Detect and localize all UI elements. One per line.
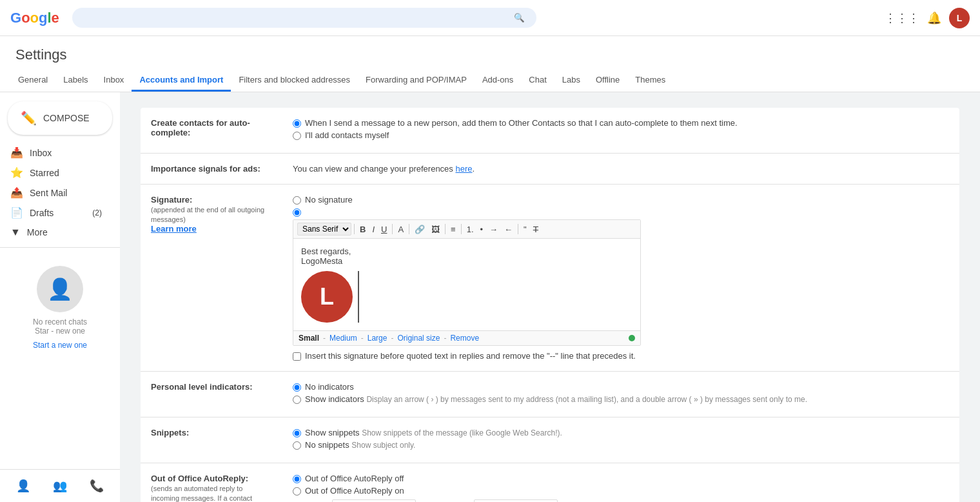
first-day-input[interactable] — [332, 499, 416, 502]
autoreply-off-radio[interactable] — [293, 475, 301, 483]
sig-logo: L — [301, 271, 353, 323]
sidebar-item-sent[interactable]: 📤 Sent Mail — [0, 183, 112, 203]
sig-body[interactable]: Best regards, LogoMesta L — [293, 239, 640, 330]
tab-general[interactable]: General — [10, 70, 55, 92]
person-icon[interactable]: 👤 — [12, 475, 34, 497]
toolbar-divider5 — [461, 224, 462, 234]
sig-indent-btn[interactable]: → — [487, 223, 500, 236]
show-snippets-radio[interactable] — [293, 429, 301, 437]
ill-add-radio-row: I'll add contacts myself — [293, 130, 949, 140]
sig-quote-btn[interactable]: " — [521, 223, 529, 236]
tab-chat[interactable]: Chat — [521, 70, 554, 92]
show-indicators-row: Show indicators Display an arrow ( › ) b… — [293, 394, 949, 404]
sidebar-item-inbox[interactable]: 📥 Inbox — [0, 143, 112, 163]
sig-size-original[interactable]: Original size — [397, 334, 440, 343]
sig-clear-btn[interactable]: T̶ — [531, 223, 541, 236]
no-snippets-row: No snippets Show subject only. — [293, 440, 949, 450]
start-new-chat-link[interactable]: Start a new one — [33, 341, 87, 350]
search-bar[interactable]: 🔍 — [72, 8, 536, 28]
autoreply-off-row: Out of Office AutoReply off — [293, 474, 949, 483]
signature-row: Signature: (appended at the end of all o… — [141, 185, 959, 372]
tab-inbox[interactable]: Inbox — [96, 70, 132, 92]
tab-forwarding[interactable]: Forwarding and POP/IMAP — [358, 70, 475, 92]
autoreply-on-radio[interactable] — [293, 487, 301, 496]
no-snippets-radio[interactable] — [293, 441, 301, 450]
snippets-label: Snippets: — [141, 428, 282, 452]
no-indicators-row: No indicators — [293, 382, 949, 392]
sidebar-item-starred[interactable]: ⭐ Starred — [0, 163, 112, 183]
insert-sig-checkbox[interactable] — [293, 352, 301, 361]
last-day-input[interactable] — [474, 499, 558, 502]
when-i-send-radio-row: When I send a message to a new person, a… — [293, 118, 949, 128]
tab-addons[interactable]: Add-ons — [475, 70, 521, 92]
avatar[interactable]: L — [949, 8, 970, 28]
sig-outdent-btn[interactable]: ← — [502, 223, 515, 236]
sig-size-small[interactable]: Small — [299, 334, 319, 343]
importance-signals-row: Importance signals for ads: You can view… — [141, 154, 959, 185]
sidebar-footer: 👤 👥 📞 — [0, 469, 120, 502]
personal-level-label: Personal level indicators: — [141, 382, 282, 407]
sig-size-large[interactable]: Large — [368, 334, 387, 343]
autoreply-on-row: Out of Office AutoReply on — [293, 486, 949, 496]
content-area: Create contacts for auto-complete: When … — [120, 92, 980, 502]
search-input[interactable] — [81, 12, 506, 23]
sidebar-item-label: Starred — [30, 168, 59, 178]
tab-labels[interactable]: Labels — [55, 70, 95, 92]
sig-bold-btn[interactable]: B — [357, 223, 368, 236]
ill-add-radio[interactable] — [293, 132, 301, 140]
sig-bulletlist-btn[interactable]: • — [478, 223, 486, 236]
show-indicators-radio[interactable] — [293, 396, 301, 404]
compose-label: COMPOSE — [43, 113, 90, 123]
sig-italic-btn[interactable]: I — [369, 223, 377, 236]
toolbar-divider2 — [392, 224, 393, 234]
apps-icon[interactable]: ⋮⋮⋮ — [885, 11, 919, 25]
importance-label: Importance signals for ads: — [141, 164, 282, 174]
sig-align-btn[interactable]: ≡ — [448, 223, 458, 236]
sig-textcolor-btn[interactable]: A — [395, 223, 406, 236]
sig-toolbar: Sans Serif B I U A 🔗 🖼 ≡ — [293, 220, 640, 239]
toolbar-divider6 — [518, 224, 518, 234]
sidebar-item-more[interactable]: ▼ More — [0, 223, 112, 242]
when-i-send-radio[interactable] — [293, 119, 301, 128]
snippets-content: Show snippets Show snippets of the messa… — [282, 428, 959, 452]
no-signature-radio[interactable] — [293, 196, 301, 205]
top-bar: Google 🔍 ⋮⋮⋮ 🔔 L — [0, 0, 980, 36]
out-of-office-row: Out of Office AutoReply: (sends an autom… — [141, 463, 959, 502]
compose-button[interactable]: ✏️ COMPOSE — [8, 101, 112, 135]
no-snippets-label: No snippets Show subject only. — [305, 440, 415, 450]
autoreply-off-label: Out of Office AutoReply off — [305, 474, 404, 483]
sig-underline-btn[interactable]: U — [378, 223, 389, 236]
tab-themes[interactable]: Themes — [627, 70, 673, 92]
tab-filters[interactable]: Filters and blocked addresses — [231, 70, 358, 92]
sig-image-btn[interactable]: 🖼 — [429, 223, 442, 236]
learn-more-signature-link[interactable]: Learn more — [151, 224, 197, 234]
sig-numberedlist-btn[interactable]: 1. — [464, 223, 476, 236]
tab-labs[interactable]: Labs — [554, 70, 588, 92]
no-indicators-radio[interactable] — [293, 383, 301, 392]
importance-here-link[interactable]: here — [455, 164, 472, 174]
out-of-office-content: Out of Office AutoReply off Out of Offic… — [282, 474, 959, 502]
with-signature-radio[interactable] — [293, 208, 301, 217]
tab-offline[interactable]: Offline — [588, 70, 627, 92]
snippets-row: Snippets: Show snippets Show snippets of… — [141, 417, 959, 463]
sig-size-medium[interactable]: Medium — [329, 334, 357, 343]
person-outline-icon[interactable]: 👥 — [49, 475, 71, 497]
no-indicators-label: No indicators — [305, 382, 354, 392]
sig-size-remove[interactable]: Remove — [450, 334, 479, 343]
ill-add-label: I'll add contacts myself — [305, 130, 389, 140]
drafts-icon: 📄 — [10, 206, 23, 219]
out-of-office-label: Out of Office AutoReply: (sends an autom… — [141, 474, 282, 502]
tab-accounts-import[interactable]: Accounts and Import — [132, 70, 231, 92]
personal-level-content: No indicators Show indicators Display an… — [282, 382, 959, 407]
sig-font-select[interactable]: Sans Serif — [297, 223, 351, 236]
create-contacts-label: Create contacts for auto-complete: — [141, 118, 282, 143]
notification-icon[interactable]: 🔔 — [927, 11, 941, 25]
search-button[interactable]: 🔍 — [511, 12, 527, 24]
signature-editor: Sans Serif B I U A 🔗 🖼 ≡ — [293, 219, 641, 346]
sig-green-dot — [629, 335, 635, 341]
settings-tabs: General Labels Inbox Accounts and Import… — [0, 70, 980, 92]
sidebar-item-drafts[interactable]: 📄 Drafts (2) — [0, 203, 112, 223]
sidebar-item-label: Drafts — [30, 208, 54, 218]
sig-link-btn[interactable]: 🔗 — [412, 223, 427, 236]
phone-icon[interactable]: 📞 — [86, 475, 108, 497]
